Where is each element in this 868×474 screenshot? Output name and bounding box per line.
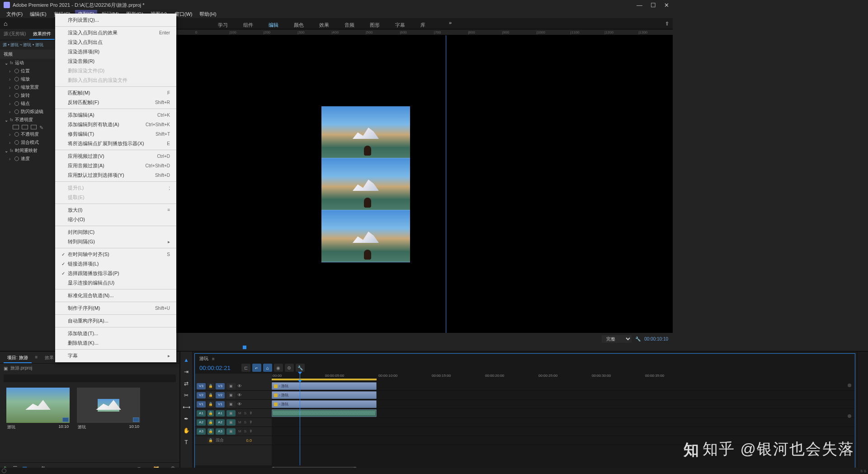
fx-2-0[interactable]: › 速度 — [0, 155, 58, 163]
menu-item[interactable]: 封闭间隙(C) — [55, 228, 176, 237]
opacity-mask-icons[interactable]: ✎ — [0, 124, 58, 130]
titlebar: Adobe Premiere Pro 2021 - D:\A汇总\2022\6月… — [0, 0, 673, 10]
menu-item[interactable]: 渲染音频(R) — [55, 57, 176, 66]
timeline-timecode[interactable]: 00:00:02:21 — [199, 365, 231, 365]
minimize-button[interactable]: — — [637, 2, 642, 9]
settings-tool-icon[interactable]: ⚙ — [285, 364, 294, 365]
close-button[interactable]: ✕ — [664, 2, 669, 9]
snap-icon[interactable]: ⊏ — [241, 364, 250, 365]
settings-icon[interactable]: 🔧 — [635, 337, 641, 341]
wrench-tool-icon[interactable]: 🔧 — [296, 364, 305, 365]
effect-controls-panel: 源:(无剪辑)效果控件 源 • 游玩 ~ 游玩 • 游玩 视频 ⌄fx 运动› … — [0, 29, 59, 365]
fx-0-2[interactable]: › 缩放宽度 — [0, 83, 58, 91]
fx-group-2[interactable]: ⌄fx 时间重映射 — [0, 147, 58, 155]
fx-0-3[interactable]: › 旋转 — [0, 91, 58, 100]
magnet-icon[interactable]: ⌐ — [252, 364, 261, 365]
canvas-playhead — [446, 35, 446, 333]
menu-item[interactable]: 应用视频过渡(V)Ctrl+D — [55, 152, 176, 161]
menu-item: 提升(L); — [55, 183, 176, 193]
menu-item[interactable]: 渲染入点到出点的效果Enter — [55, 28, 176, 38]
fx-0-5[interactable]: › 防闪烁滤镜 — [0, 108, 58, 116]
menu-item: 删除渲染文件(D) — [55, 66, 176, 76]
fx-1-0[interactable]: › 不透明度 — [0, 130, 58, 138]
home-icon[interactable]: ⌂ — [4, 20, 7, 27]
fx-0-4[interactable]: › 锚点 — [0, 100, 58, 108]
video-frame-3 — [321, 210, 410, 262]
menu-item[interactable]: 渲染入点到出点 — [55, 38, 176, 47]
menu-item[interactable]: 序列设置(Q)... — [55, 15, 176, 25]
program-timecode: 00:00:10:10 — [644, 337, 668, 341]
menu-item: 删除入点到出点的渲染文件 — [55, 76, 176, 85]
link-icon[interactable]: ⌂ — [263, 364, 272, 365]
video-frame-2 — [321, 158, 410, 210]
sequence-menu-icon[interactable]: ≡ — [212, 356, 215, 361]
sequence-menu-dropdown: 序列设置(Q)...渲染入点到出点的效果Enter渲染入点到出点渲染选择项(R)… — [55, 14, 176, 362]
menu-item[interactable]: 反转匹配帧(F)Shift+R — [55, 98, 176, 107]
video-frame-1 — [321, 106, 410, 158]
menu-item[interactable]: 删除轨道(K)... — [55, 338, 176, 348]
menu-item[interactable]: 将所选编辑点扩展到播放指示器(X)E — [55, 139, 176, 148]
fx-0-1[interactable]: › 缩放 — [0, 75, 58, 83]
share-icon[interactable]: ⇧ — [665, 21, 669, 27]
menu-item[interactable]: ✓在时间轴中对齐(S)S — [55, 250, 176, 259]
fx-group-0[interactable]: ⌄fx 运动 — [0, 59, 58, 67]
video-section-label: 视频 — [0, 50, 58, 59]
menu-item[interactable]: 字幕▸ — [55, 351, 176, 360]
menu-item[interactable]: 缩小(O) — [55, 215, 176, 224]
menu-item[interactable]: 标准化混合轨道(N)... — [55, 291, 176, 300]
fx-0-0[interactable]: › 位置 — [0, 67, 58, 75]
menu-item[interactable]: 应用默认过渡到选择项(Y)Shift+D — [55, 171, 176, 180]
menu-item[interactable]: 自动重构序列(A)... — [55, 316, 176, 326]
source-tab-0[interactable]: 源:(无剪辑) — [0, 29, 29, 40]
resolution-select[interactable]: 完整 — [602, 335, 632, 343]
menu-item[interactable]: 添加轨道(T)... — [55, 329, 176, 338]
marker-icon[interactable]: ◉ — [274, 364, 283, 365]
menu-item[interactable]: 匹配帧(M)F — [55, 88, 176, 98]
menu-1[interactable]: 编辑(E) — [27, 10, 49, 19]
menu-item[interactable]: 放大(I)= — [55, 205, 176, 215]
tools-panel: ▲ ⇥ ⇄ ✂ ⟷ ✒ ✋ T — [180, 351, 193, 365]
menu-item[interactable]: 渲染选择项(R) — [55, 47, 176, 57]
app-icon — [4, 2, 10, 8]
project-panel-menu-icon[interactable]: ≡ — [32, 353, 42, 363]
maximize-button[interactable]: ☐ — [651, 2, 656, 9]
fx-group-1[interactable]: ⌄fx 不透明度 — [0, 116, 58, 124]
window-title: Adobe Premiere Pro 2021 - D:\A汇总\2022\6月… — [13, 2, 145, 9]
source-tab-1[interactable]: 效果控件 — [29, 29, 55, 40]
menu-item[interactable]: ✓链接选择项(L) — [55, 259, 176, 269]
menu-item[interactable]: 添加编辑到所有轨道(A)Ctrl+Shift+K — [55, 120, 176, 129]
menu-item[interactable]: 转到间隔(G)▸ — [55, 237, 176, 246]
menu-item[interactable]: ✓选择跟随播放指示器(P) — [55, 269, 176, 278]
source-breadcrumb: 源 • 游玩 ~ 游玩 • 游玩 — [0, 40, 58, 50]
menu-item[interactable]: 显示连接的编辑点(U) — [55, 278, 176, 288]
menu-item[interactable]: 制作子序列(M)Shift+U — [55, 303, 176, 313]
project-tab-0[interactable]: 项目: 旅游 — [4, 353, 32, 363]
menu-item[interactable]: 修剪编辑(T)Shift+T — [55, 129, 176, 139]
fx-1-1[interactable]: › 混合模式 — [0, 138, 58, 147]
selection-tool-icon[interactable]: ▲ — [182, 356, 190, 364]
menu-8[interactable]: 帮助(H) — [197, 10, 219, 19]
menu-item[interactable]: 添加编辑(A)Ctrl+K — [55, 110, 176, 120]
menu-item: 提取(E) — [55, 193, 176, 202]
menu-item[interactable]: 应用音频过渡(A)Ctrl+Shift+D — [55, 161, 176, 171]
sequence-tab[interactable]: 游玩 — [199, 356, 208, 362]
timeline-panel: 游玩 ≡ 00:00:02:21 ⊏ ⌐ ⌂ ◉ ⚙ 🔧 :00:0000:00… — [194, 353, 673, 365]
menu-0[interactable]: 文件(F) — [4, 10, 25, 19]
